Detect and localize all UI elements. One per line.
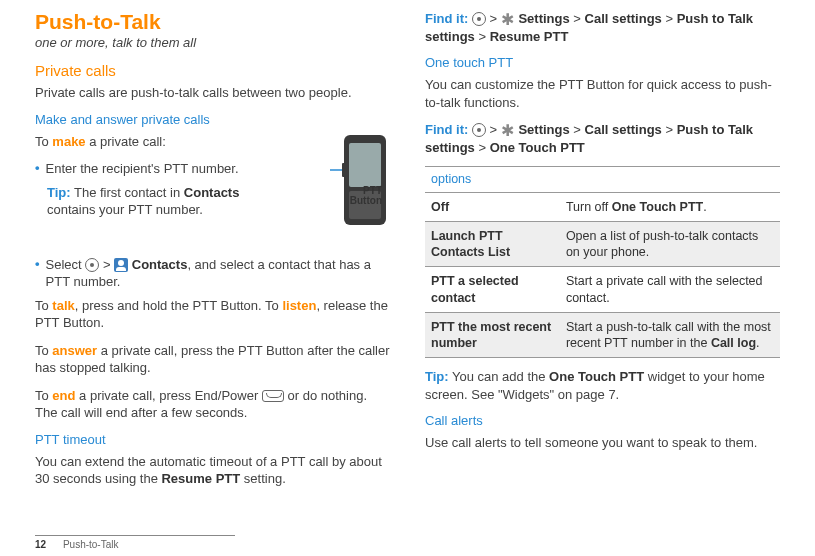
options-table: options Off Turn off One Touch PTT. Laun… — [425, 166, 780, 358]
heading-ptt-timeout: PTT timeout — [35, 432, 390, 447]
heading-one-touch: One touch PTT — [425, 55, 780, 70]
footer-section: Push-to-Talk — [63, 539, 119, 550]
text-talk-listen: To talk, press and hold the PTT Button. … — [35, 297, 390, 332]
gear-icon — [501, 12, 515, 26]
left-column: Push-to-Talk one or more, talk to them a… — [35, 10, 390, 520]
page-footer: 12 Push-to-Talk — [35, 535, 235, 550]
text-timeout: You can extend the automatic timeout of … — [35, 453, 390, 488]
end-power-icon — [262, 390, 284, 402]
menu-icon — [472, 123, 486, 137]
table-row: PTT the most recent number Start a push-… — [425, 312, 780, 358]
text-private-calls: Private calls are push-to-talk calls bet… — [35, 84, 390, 102]
ptt-button-label: PTT Button — [277, 186, 382, 207]
heading-call-alerts: Call alerts — [425, 413, 780, 428]
heading-private-calls: Private calls — [35, 62, 390, 79]
findit-onetouch: Find it: > Settings > Call settings > Pu… — [425, 121, 780, 156]
menu-icon — [85, 258, 99, 272]
right-column: Find it: > Settings > Call settings > Pu… — [425, 10, 780, 520]
phone-illustration: PTT Button — [285, 133, 390, 252]
table-row: PTT a selected contact Start a private c… — [425, 267, 780, 313]
table-row: Launch PTT Contacts List Open a list of … — [425, 221, 780, 267]
svg-rect-3 — [342, 163, 346, 177]
svg-rect-1 — [349, 143, 381, 187]
bullet-select-contacts: • Select > Contacts, and select a contac… — [35, 256, 390, 291]
heading-make-answer: Make and answer private calls — [35, 112, 390, 127]
text-one-touch: You can customize the PTT Button for qui… — [425, 76, 780, 111]
text-answer: To answer a private call, press the PTT … — [35, 342, 390, 377]
menu-icon — [472, 12, 486, 26]
page-title: Push-to-Talk — [35, 10, 390, 34]
text-end: To end a private call, press End/Power o… — [35, 387, 390, 422]
text-call-alerts: Use call alerts to tell someone you want… — [425, 434, 780, 452]
contacts-icon — [114, 258, 128, 272]
page-subtitle: one or more, talk to them all — [35, 35, 390, 50]
table-row: Off Turn off One Touch PTT. — [425, 192, 780, 221]
tip-widget: Tip: You can add the One Touch PTT widge… — [425, 368, 780, 403]
bullet-enter-number: • Enter the recipient's PTT number. — [35, 160, 275, 178]
findit-resume: Find it: > Settings > Call settings > Pu… — [425, 10, 780, 45]
page-number: 12 — [35, 539, 46, 550]
table-caption: options — [425, 167, 780, 192]
gear-icon — [501, 123, 515, 137]
